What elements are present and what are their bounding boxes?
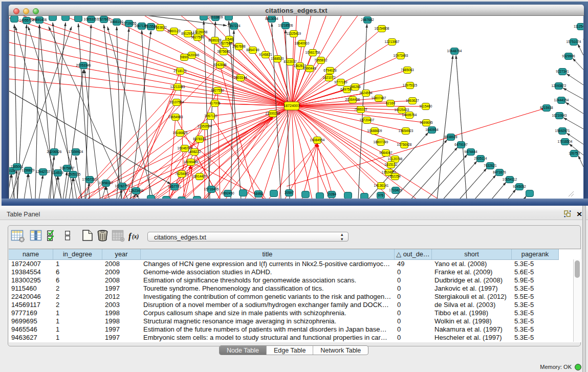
- svg-text:9115460: 9115460: [420, 104, 432, 108]
- svg-text:1615132: 1615132: [384, 163, 398, 166]
- svg-text:7955812: 7955812: [314, 58, 328, 62]
- svg-text:(x): (x): [132, 233, 139, 240]
- svg-text:9245052: 9245052: [513, 185, 526, 188]
- svg-text:33975887: 33975887: [60, 166, 75, 170]
- svg-text:9890: 9890: [181, 55, 188, 59]
- svg-text:16046738: 16046738: [178, 146, 192, 150]
- svg-text:19218506: 19218506: [278, 24, 293, 27]
- svg-text:8990448: 8990448: [303, 67, 316, 70]
- svg-text:9777169: 9777169: [334, 80, 347, 84]
- svg-text:7986322: 7986322: [354, 107, 367, 111]
- svg-text:8813054: 8813054: [265, 17, 278, 20]
- svg-text:9146821: 9146821: [259, 53, 272, 56]
- svg-text:8878334: 8878334: [193, 137, 206, 141]
- svg-text:16914479: 16914479: [192, 174, 207, 178]
- svg-text:20206526: 20206526: [47, 150, 62, 154]
- svg-text:8427552: 8427552: [211, 89, 224, 92]
- svg-text:7632621: 7632621: [484, 164, 497, 167]
- svg-text:9084067: 9084067: [379, 151, 393, 155]
- svg-text:17957263: 17957263: [82, 178, 97, 181]
- svg-text:10648764: 10648764: [447, 49, 462, 53]
- svg-text:10120746: 10120746: [388, 157, 403, 161]
- svg-text:13654923: 13654923: [399, 129, 413, 133]
- svg-text:16958: 16958: [254, 192, 263, 195]
- svg-text:21300293: 21300293: [266, 112, 280, 115]
- svg-text:9474444: 9474444: [464, 150, 477, 154]
- svg-text:2935114: 2935114: [474, 157, 487, 160]
- svg-text:15716485: 15716485: [204, 187, 219, 191]
- svg-text:3875685: 3875685: [217, 50, 230, 53]
- svg-text:12923446: 12923446: [129, 189, 144, 192]
- svg-text:10654112: 10654112: [503, 178, 517, 181]
- svg-text:9242848: 9242848: [213, 63, 227, 67]
- svg-text:8454749: 8454749: [246, 48, 259, 52]
- svg-text:14136141: 14136141: [374, 184, 389, 187]
- svg-text:3624554: 3624554: [359, 91, 373, 95]
- svg-text:10653267: 10653267: [84, 17, 99, 21]
- svg-text:11125419: 11125419: [574, 25, 583, 28]
- svg-text:976: 976: [378, 193, 384, 197]
- svg-text:62160: 62160: [386, 101, 395, 105]
- svg-text:10688609: 10688609: [367, 129, 382, 133]
- svg-text:10807487: 10807487: [372, 96, 386, 100]
- svg-text:10025433: 10025433: [395, 108, 409, 112]
- svg-text:7625402: 7625402: [175, 172, 188, 176]
- svg-text:12975115: 12975115: [403, 83, 418, 87]
- svg-text:2718176: 2718176: [173, 69, 187, 73]
- svg-text:1527602: 1527602: [97, 17, 111, 21]
- svg-text:15720407: 15720407: [360, 118, 375, 122]
- svg-text:12444154: 12444154: [554, 98, 569, 102]
- svg-text:7357224: 7357224: [227, 24, 241, 28]
- svg-text:12505135: 12505135: [66, 172, 81, 176]
- svg-text:20891406: 20891406: [32, 18, 47, 21]
- svg-text:9227341: 9227341: [556, 70, 569, 73]
- svg-text:19654983: 19654983: [168, 115, 183, 119]
- svg-text:8471676: 8471676: [493, 170, 506, 174]
- svg-text:1733426: 1733426: [389, 188, 402, 192]
- svg-text:16107554: 16107554: [169, 100, 184, 104]
- svg-text:18640910: 18640910: [295, 41, 310, 45]
- svg-text:12093872: 12093872: [552, 84, 567, 87]
- svg-text:16782759: 16782759: [115, 184, 130, 188]
- svg-text:17359924: 17359924: [69, 150, 83, 154]
- svg-text:10973493: 10973493: [394, 54, 408, 57]
- svg-text:2967608: 2967608: [232, 45, 246, 48]
- svg-text:18724007: 18724007: [284, 103, 300, 108]
- svg-text:14495764: 14495764: [402, 113, 417, 117]
- svg-text:1185001: 1185001: [11, 165, 24, 168]
- svg-text:8322037: 8322037: [284, 60, 297, 63]
- svg-text:16154808: 16154808: [375, 27, 389, 30]
- svg-text:2803144: 2803144: [234, 76, 247, 79]
- svg-text:12213383: 12213383: [170, 85, 185, 89]
- svg-text:7485063: 7485063: [401, 68, 414, 72]
- svg-text:12213967: 12213967: [385, 40, 400, 43]
- svg-text:2487682: 2487682: [361, 18, 374, 21]
- svg-text:20053346: 20053346: [76, 63, 91, 67]
- svg-text:6794028: 6794028: [323, 69, 337, 72]
- svg-text:9329906: 9329906: [562, 54, 575, 58]
- svg-text:9463627: 9463627: [406, 99, 419, 102]
- svg-text:f: f: [128, 232, 132, 241]
- svg-text:17016504: 17016504: [558, 140, 573, 143]
- svg-text:18807249: 18807249: [374, 140, 388, 144]
- svg-text:6479197: 6479197: [454, 143, 468, 146]
- svg-text:1640954: 1640954: [425, 128, 439, 132]
- svg-text:9457791: 9457791: [168, 185, 181, 188]
- svg-text:10958107: 10958107: [99, 181, 114, 185]
- svg-text:15692971: 15692971: [555, 129, 570, 133]
- svg-text:1498222: 1498222: [188, 150, 201, 154]
- svg-text:252254: 252254: [389, 174, 401, 178]
- svg-text:1621072: 1621072: [322, 76, 336, 79]
- svg-text:13226058: 13226058: [193, 30, 208, 34]
- svg-text:746266: 746266: [350, 85, 361, 89]
- svg-text:20364436: 20364436: [345, 98, 360, 101]
- svg-text:1588520: 1588520: [271, 57, 284, 60]
- svg-text:19166825: 19166825: [173, 131, 188, 135]
- svg-text:9699695: 9699695: [420, 121, 433, 124]
- svg-text:12942737: 12942737: [36, 170, 51, 173]
- svg-text:20597: 20597: [285, 191, 294, 194]
- svg-text:10756928: 10756928: [397, 143, 412, 146]
- svg-text:8215938: 8215938: [540, 106, 553, 110]
- svg-text:9527506: 9527506: [191, 35, 204, 39]
- svg-text:11353594: 11353594: [198, 124, 212, 128]
